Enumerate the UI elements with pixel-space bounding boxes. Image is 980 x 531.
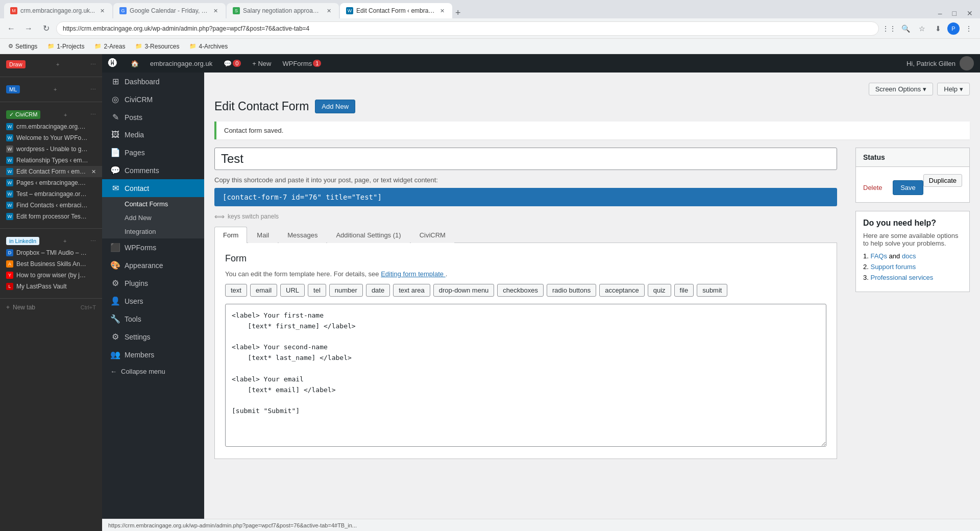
- nav-wpforms[interactable]: ⬛ WPForms: [102, 238, 204, 256]
- tab-1-close[interactable]: ✕: [98, 7, 106, 15]
- btn-dropdown[interactable]: drop-down menu: [433, 284, 495, 297]
- nav-users[interactable]: 👤 Users: [102, 292, 204, 310]
- tab-1[interactable]: M crm.embracingage.org.uk... ✕: [4, 3, 112, 18]
- sidebar-tab-crm6[interactable]: W Pages ‹ embracingage.org... ✕: [0, 177, 102, 188]
- sidebar-tab-li2[interactable]: A Best Business Skills And Courses... ✕: [0, 258, 102, 270]
- extensions-button[interactable]: ⋮⋮: [882, 21, 896, 36]
- nav-posts[interactable]: ✎ Posts: [102, 108, 204, 126]
- form-title-input[interactable]: [214, 148, 837, 170]
- nav-collapse[interactable]: ← Collapse menu: [102, 364, 204, 379]
- tab-civicrm[interactable]: CiviCRM: [411, 227, 454, 243]
- reload-button[interactable]: ↻: [39, 21, 53, 36]
- sidebar-tab-crm8[interactable]: W Find Contacts ‹ embracing... ✕: [0, 200, 102, 211]
- linkedin-more-btn[interactable]: ⋯: [90, 238, 96, 245]
- sidebar-tab-li3[interactable]: Y How to grow wiser (by just payin... ✕: [0, 270, 102, 281]
- screen-options-button[interactable]: Screen Options ▾: [869, 83, 934, 95]
- adminbar-wpforms[interactable]: WPForms 1: [277, 54, 326, 73]
- bookmark-2areas[interactable]: 📁 2-Areas: [90, 42, 129, 51]
- duplicate-button[interactable]: Duplicate: [923, 174, 962, 187]
- nav-media[interactable]: 🖼 Media: [102, 126, 204, 143]
- draw-more-btn[interactable]: ⋯: [90, 61, 96, 68]
- nav-tools[interactable]: 🔧 Tools: [102, 310, 204, 328]
- form-code-textarea[interactable]: <label> Your first-name [text* first_nam…: [225, 304, 826, 447]
- nav-members[interactable]: 👥 Members: [102, 346, 204, 364]
- civicrm-add-btn[interactable]: +: [64, 112, 67, 118]
- nav-appearance[interactable]: 🎨 Appearance: [102, 256, 204, 274]
- btn-text[interactable]: text: [225, 284, 247, 297]
- sidebar-tab-crm5[interactable]: W Edit Contact Form ‹ embra... ✕: [0, 166, 102, 177]
- minimize-button[interactable]: –: [935, 8, 945, 18]
- tab-mail[interactable]: Mail: [248, 227, 278, 243]
- tab-form[interactable]: Form: [214, 227, 247, 243]
- delete-link[interactable]: Delete: [863, 184, 883, 191]
- sidebar-tab-crm9[interactable]: W Edit form processor Test ‹... ✕: [0, 211, 102, 222]
- support-forums-link[interactable]: Support forums: [870, 263, 916, 271]
- sidebar-tab-li1[interactable]: D Dropbox – TMI Audio – Simplify... ✕: [0, 247, 102, 258]
- bookmark-button[interactable]: ☆: [915, 21, 929, 36]
- adminbar-comments[interactable]: 💬 0: [218, 54, 246, 73]
- btn-date[interactable]: date: [366, 284, 390, 297]
- bookmark-1projects[interactable]: 📁 1-Projects: [43, 42, 88, 51]
- btn-checkboxes[interactable]: checkboxes: [497, 284, 544, 297]
- shortcode-box[interactable]: [contact-form-7 id="76" title="Test"]: [214, 188, 837, 206]
- restore-button[interactable]: □: [949, 8, 960, 18]
- sidebar-tab-li4[interactable]: L My LastPass Vault ✕: [0, 281, 102, 292]
- nav-pages[interactable]: 📄 Pages: [102, 143, 204, 161]
- btn-acceptance[interactable]: acceptance: [599, 284, 645, 297]
- bookmark-3resources[interactable]: 📁 3-Resources: [131, 42, 183, 51]
- btn-radio[interactable]: radio buttons: [547, 284, 596, 297]
- tab-2[interactable]: G Google Calendar - Friday, 20 Jan... ✕: [113, 3, 226, 18]
- nav-contact[interactable]: ✉ Contact: [102, 179, 204, 197]
- docs-link[interactable]: docs: [902, 252, 916, 260]
- tab-messages[interactable]: Messages: [279, 227, 326, 243]
- adminbar-home[interactable]: 🏠: [126, 54, 144, 73]
- nav-add-new[interactable]: Add New: [102, 211, 204, 225]
- sidebar-tab-crm3[interactable]: W wordpress - Unable to get... ✕: [0, 143, 102, 155]
- sidebar-tab-crm5-close[interactable]: ✕: [91, 168, 96, 175]
- tab-4[interactable]: W Edit Contact Form ‹ embracingage.org.u…: [340, 3, 452, 18]
- nav-dashboard[interactable]: ⊞ Dashboard: [102, 73, 204, 90]
- nav-comments[interactable]: 💬 Comments: [102, 161, 204, 179]
- nav-civicrm[interactable]: ◎ CiviCRM: [102, 90, 204, 108]
- btn-file[interactable]: file: [674, 284, 694, 297]
- save-button[interactable]: Save: [893, 180, 923, 195]
- professional-services-link[interactable]: Professional services: [870, 274, 933, 281]
- nav-contact-forms[interactable]: Contact Forms: [102, 197, 204, 211]
- menu-button[interactable]: ⋮: [962, 21, 976, 36]
- sidebar-tab-crm4[interactable]: W Relationship Types ‹ embra... ✕: [0, 155, 102, 166]
- admin-avatar[interactable]: [960, 56, 974, 70]
- btn-textarea[interactable]: text area: [393, 284, 430, 297]
- back-button[interactable]: ←: [4, 21, 18, 36]
- faqs-link[interactable]: FAQs: [870, 252, 887, 260]
- nav-plugins[interactable]: ⚙ Plugins: [102, 274, 204, 292]
- btn-quiz[interactable]: quiz: [648, 284, 671, 297]
- editing-form-template-link[interactable]: Editing form template: [381, 270, 445, 278]
- adminbar-site-name[interactable]: embracingage.org.uk: [145, 54, 217, 73]
- civicrm-more-btn[interactable]: ⋯: [90, 111, 96, 118]
- add-new-button[interactable]: Add New: [315, 100, 355, 113]
- bookmark-4archives[interactable]: 📁 4-Archives: [185, 42, 232, 51]
- adminbar-new[interactable]: + New: [247, 54, 276, 73]
- draw-add-btn[interactable]: +: [56, 61, 59, 67]
- close-button[interactable]: ✕: [964, 8, 976, 18]
- download-button[interactable]: ⬇: [931, 21, 945, 36]
- help-button[interactable]: Help ▾: [937, 83, 970, 95]
- address-bar[interactable]: [56, 21, 879, 36]
- btn-url[interactable]: URL: [280, 284, 305, 297]
- tab-2-close[interactable]: ✕: [211, 7, 219, 15]
- tab-3-close[interactable]: ✕: [325, 7, 333, 15]
- profile-avatar[interactable]: P: [947, 22, 960, 35]
- ml-add-btn[interactable]: +: [54, 86, 57, 92]
- tab-additional-settings[interactable]: Additional Settings (1): [327, 227, 409, 243]
- new-tab-sidebar-button[interactable]: + New tab Ctrl+T: [0, 301, 102, 314]
- btn-tel[interactable]: tel: [308, 284, 326, 297]
- tab-3[interactable]: S Salary negotiation approach and... ✕: [227, 3, 339, 18]
- forward-button[interactable]: →: [21, 21, 36, 36]
- new-tab-button[interactable]: +: [455, 8, 461, 18]
- sidebar-tab-crm7[interactable]: W Test – embracingage.org.uk... ✕: [0, 188, 102, 200]
- linkedin-add-btn[interactable]: +: [63, 238, 66, 244]
- nav-settings[interactable]: ⚙ Settings: [102, 328, 204, 346]
- bookmark-settings[interactable]: ⚙ Settings: [4, 42, 41, 51]
- sidebar-tab-crm2[interactable]: W Welcome to Your WPForms... ✕: [0, 132, 102, 143]
- sidebar-tab-crm1[interactable]: W crm.embracingage.org.uk... ✕: [0, 121, 102, 132]
